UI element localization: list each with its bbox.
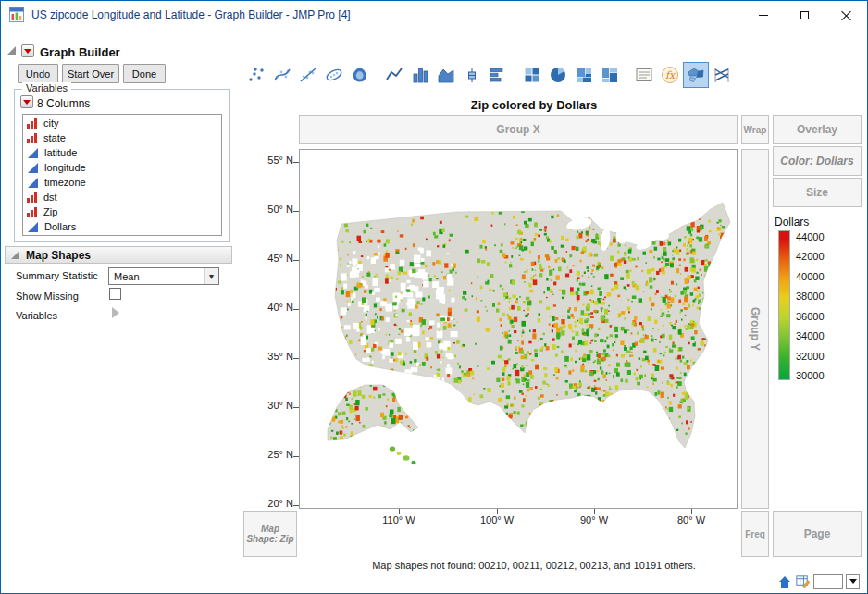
- table-edit-icon[interactable]: [795, 574, 811, 589]
- done-button[interactable]: Done: [123, 64, 166, 83]
- continuous-icon: [28, 148, 38, 158]
- continuous-icon: [28, 178, 38, 188]
- map-shape-zone[interactable]: Map Shape: Zip: [243, 511, 297, 557]
- column-label: timezone: [44, 177, 86, 188]
- freq-drop-zone[interactable]: Freq: [741, 511, 769, 557]
- legend-title: Dollars: [775, 216, 809, 229]
- map-variables-label: Variables: [16, 310, 57, 321]
- tool-area-button[interactable]: [433, 62, 459, 88]
- status-message: Map shapes not found: 00210, 00211, 0021…: [299, 560, 769, 571]
- legend-tick-label: 42000: [796, 251, 833, 262]
- tool-treemap-button[interactable]: [571, 62, 597, 88]
- legend-tick-label: 36000: [796, 311, 833, 322]
- columns-red-triangle-menu[interactable]: [20, 95, 33, 108]
- map-shapes-title: Map Shapes: [26, 249, 91, 262]
- tool-pie-button[interactable]: [545, 62, 571, 88]
- variables-panel: Variables 8 Columns city state latitude …: [14, 89, 230, 242]
- column-label: latitude: [44, 147, 77, 158]
- caption-box-icon: [635, 66, 653, 84]
- tool-caption-box-button[interactable]: [631, 62, 657, 88]
- nominal-icon: [27, 206, 38, 217]
- column-item-latitude[interactable]: latitude: [23, 145, 221, 160]
- tool-bar-button[interactable]: [407, 62, 433, 88]
- column-label: longitude: [44, 162, 86, 173]
- legend-tick-label: 34000: [796, 330, 833, 341]
- x-tick-label: 80° W: [665, 514, 717, 526]
- summary-statistic-label: Summary Statistic: [16, 270, 98, 281]
- column-item-dst[interactable]: dst: [23, 190, 221, 204]
- ellipse-icon: [325, 66, 343, 84]
- group-x-drop-zone[interactable]: Group X: [299, 115, 738, 144]
- graph-builder-disclosure-icon[interactable]: [7, 46, 16, 55]
- y-tick-label: 50° N: [251, 204, 293, 215]
- window-list-button[interactable]: [813, 574, 843, 589]
- column-item-state[interactable]: state: [23, 130, 221, 145]
- title-bar[interactable]: US zipcode Longitude and Latitude - Grap…: [1, 1, 867, 29]
- formula-icon: fx: [661, 66, 679, 84]
- legend-tick-label: 38000: [796, 291, 833, 302]
- undo-button[interactable]: Undo: [18, 64, 58, 83]
- color-gradient-legend[interactable]: [778, 230, 790, 380]
- home-icon[interactable]: [777, 575, 792, 589]
- summary-statistic-value: Mean: [109, 271, 204, 282]
- tool-parallel-button[interactable]: [709, 62, 735, 88]
- chevron-down-icon: [849, 579, 857, 584]
- toolbar-separator: [511, 75, 519, 76]
- column-item-longitude[interactable]: longitude: [23, 160, 221, 175]
- svg-text:fx: fx: [665, 69, 676, 81]
- continuous-icon: [28, 222, 38, 232]
- legend-tick-label: 44000: [796, 231, 833, 242]
- box-plot-icon: [463, 66, 481, 84]
- tool-map-shapes-button[interactable]: [683, 62, 709, 88]
- status-bar-icons: [777, 574, 860, 589]
- column-item-dollars[interactable]: Dollars: [23, 219, 221, 234]
- graph-builder-red-triangle-menu[interactable]: [21, 44, 34, 57]
- y-tick-label: 30° N: [251, 400, 293, 411]
- graph-type-toolbar: fx: [243, 62, 735, 88]
- tool-histogram-button[interactable]: [485, 62, 511, 88]
- app-window: US zipcode Longitude and Latitude - Grap…: [0, 0, 868, 594]
- map-shapes-header[interactable]: Map Shapes: [5, 246, 232, 264]
- summary-statistic-select[interactable]: Mean ▾: [108, 267, 219, 285]
- nominal-icon: [27, 132, 38, 143]
- tool-smoother-button[interactable]: [269, 62, 295, 88]
- overlay-drop-zone[interactable]: Overlay: [773, 115, 862, 144]
- column-item-timezone[interactable]: timezone: [23, 175, 221, 190]
- group-y-drop-zone[interactable]: Group Y: [741, 149, 769, 509]
- color-drop-zone[interactable]: Color: Dollars: [773, 146, 862, 176]
- close-button[interactable]: [825, 1, 867, 29]
- page-drop-zone[interactable]: Page: [773, 511, 862, 557]
- tool-contour-button[interactable]: [347, 62, 373, 88]
- tool-ellipse-button[interactable]: [321, 62, 347, 88]
- line-of-fit-icon: [299, 66, 317, 84]
- x-tick-label: 110° W: [373, 514, 425, 526]
- graph-builder-title: Graph Builder: [40, 45, 120, 59]
- start-over-button[interactable]: Start Over: [62, 64, 119, 83]
- show-missing-label: Show Missing: [16, 291, 79, 302]
- size-drop-zone[interactable]: Size: [773, 178, 862, 207]
- continuous-icon: [28, 163, 38, 173]
- wrap-drop-zone[interactable]: Wrap: [741, 115, 769, 144]
- heatmap-icon: [523, 66, 541, 84]
- tool-formula-button[interactable]: fx: [657, 62, 683, 88]
- window-list-dropdown-button[interactable]: [846, 574, 860, 589]
- us-zip-map: [300, 150, 737, 508]
- tool-line-of-fit-button[interactable]: [295, 62, 321, 88]
- map-plot-area[interactable]: [299, 149, 738, 509]
- minimize-button[interactable]: [742, 1, 784, 29]
- column-label: city: [43, 118, 59, 129]
- map-variables-disclosure-icon[interactable]: [112, 307, 119, 318]
- tool-mosaic-button[interactable]: [597, 62, 623, 88]
- map-shapes-disclosure-icon[interactable]: [11, 252, 19, 259]
- nominal-icon: [27, 192, 38, 203]
- tool-box-plot-button[interactable]: [459, 62, 485, 88]
- maximize-button[interactable]: [784, 1, 825, 29]
- mosaic-icon: [601, 66, 619, 84]
- tool-line-button[interactable]: [381, 62, 407, 88]
- column-item-zip[interactable]: Zip: [23, 204, 221, 219]
- show-missing-checkbox[interactable]: [109, 288, 121, 300]
- tool-points-button[interactable]: [243, 62, 269, 88]
- tool-heatmap-button[interactable]: [519, 62, 545, 88]
- y-tick-label: 35° N: [251, 351, 293, 362]
- column-item-city[interactable]: city: [23, 116, 221, 130]
